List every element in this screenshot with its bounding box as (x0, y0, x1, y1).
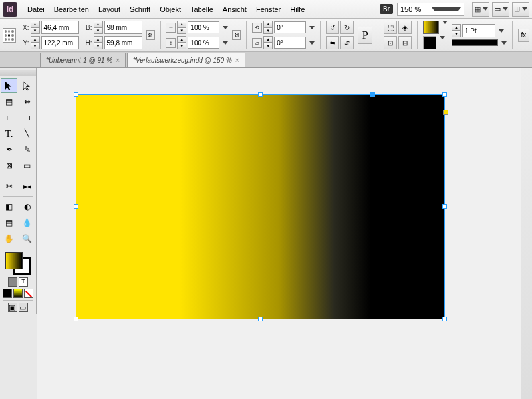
content-collector-tool[interactable]: ⊏ (1, 110, 17, 125)
gradient-mid-stop[interactable] (370, 92, 375, 97)
h-input[interactable]: 59,8 mm (104, 36, 142, 49)
menu-ansicht[interactable]: Ansicht (218, 3, 251, 16)
stroke-weight-input[interactable]: 1 Pt (462, 24, 495, 37)
scaley-spinner[interactable]: ▲▼ (177, 36, 186, 49)
formatting-container-icon[interactable] (8, 277, 17, 287)
stroke-style[interactable] (452, 39, 498, 46)
bridge-button[interactable]: Br (380, 4, 393, 14)
view-mode-normal-icon[interactable]: ▣ (8, 303, 17, 312)
resize-handle-l[interactable] (74, 204, 78, 209)
app-icon: Id (3, 2, 17, 17)
x-label: X: (20, 24, 29, 31)
shear-input[interactable]: 0° (274, 37, 306, 49)
document-tab[interactable]: *Unbenannt-1 @ 91 % × (40, 53, 126, 67)
reference-point[interactable] (3, 28, 16, 43)
menu-tabelle[interactable]: Tabelle (186, 3, 218, 16)
panel-grip[interactable] (0, 70, 36, 76)
flip-v-button[interactable]: ⇵ (340, 36, 354, 49)
scalex-spinner[interactable]: ▲▼ (177, 21, 186, 34)
fill-swatch[interactable] (423, 21, 439, 34)
rotate-ccw-button[interactable]: ↺ (326, 21, 339, 34)
scale-y-input[interactable]: 100 % (188, 37, 219, 49)
h-spinner[interactable]: ▲▼ (94, 36, 103, 49)
effects-button[interactable]: fx (518, 29, 529, 42)
scale-x-icon: ↔ (166, 23, 176, 33)
selection-tool[interactable] (1, 78, 17, 93)
flip-h-button[interactable]: ⇋ (326, 36, 339, 49)
fit-frame-button[interactable]: ⊟ (398, 36, 412, 49)
arrange-button[interactable]: ⊞ (512, 2, 529, 17)
screen-mode-button[interactable]: ▭ (492, 2, 509, 17)
fit-content-button[interactable]: ⊡ (384, 36, 397, 49)
menu-fenster[interactable]: Fenster (251, 3, 285, 16)
menu-layout[interactable]: Layout (94, 3, 125, 16)
scale-x-input[interactable]: 100 % (188, 21, 219, 33)
y-spinner[interactable]: ▲▼ (31, 36, 40, 49)
gap-tool[interactable]: ⇔ (19, 94, 35, 109)
menu-hilfe[interactable]: Hilfe (285, 3, 309, 16)
zoom-level-combo[interactable]: 150 % (397, 3, 464, 16)
content-placer-tool[interactable]: ⊐ (19, 110, 35, 125)
resize-handle-br[interactable] (442, 317, 447, 321)
apply-none-icon[interactable] (24, 289, 33, 298)
note-tool[interactable]: ▤ (1, 215, 17, 230)
pencil-tool[interactable]: ✎ (19, 142, 35, 157)
tab-title: *Unbenannt-1 @ 91 % (46, 57, 112, 64)
page-tool[interactable]: ▤ (1, 94, 17, 109)
type-tool[interactable]: T. (1, 126, 17, 141)
zoom-tool[interactable]: 🔍 (19, 231, 35, 246)
close-icon[interactable]: × (235, 57, 239, 64)
stroke-weight-spinner[interactable]: ▲▼ (452, 24, 461, 37)
fill-color[interactable] (5, 252, 23, 269)
close-icon[interactable]: × (116, 57, 120, 64)
direct-selection-tool[interactable] (19, 78, 35, 93)
apply-color-icon[interactable] (3, 289, 12, 298)
eyedropper-tool[interactable]: 💧 (19, 215, 35, 230)
menu-bearbeiten[interactable]: Bearbeiten (49, 3, 94, 16)
constrain-scale-icon[interactable]: ⛓ (232, 30, 241, 40)
select-container-button[interactable]: ⬚ (384, 21, 397, 34)
rectangle-frame-tool[interactable]: ⊠ (1, 158, 17, 173)
w-input[interactable]: 98 mm (104, 21, 142, 34)
x-input[interactable]: 46,4 mm (41, 21, 79, 34)
menu-datei[interactable]: DDateiatei (23, 3, 49, 16)
scissors-tool[interactable]: ✂ (1, 179, 17, 194)
document-tab[interactable]: *Verlaufswerkzeug.indd @ 150 % × (127, 53, 245, 67)
w-spinner[interactable]: ▲▼ (94, 21, 103, 34)
rotate-spinner[interactable]: ▲▼ (263, 21, 273, 34)
view-options-button[interactable]: ▦ (472, 2, 489, 17)
free-transform-tool[interactable]: ▸◂ (19, 179, 35, 194)
resize-handle-tl[interactable] (74, 92, 78, 97)
apply-gradient-icon[interactable] (13, 289, 23, 298)
select-content-button[interactable]: ◈ (398, 21, 412, 34)
gradient-swatch-tool[interactable]: ◧ (1, 200, 17, 214)
gradient-feather-tool[interactable]: ◐ (19, 200, 35, 214)
rotate-cw-button[interactable]: ↻ (340, 21, 354, 34)
resize-handle-bl[interactable] (74, 317, 78, 321)
gradient-end-stop[interactable] (443, 110, 448, 115)
x-spinner[interactable]: ▲▼ (31, 21, 40, 34)
stroke-swatch[interactable] (423, 36, 436, 49)
canvas[interactable] (37, 68, 532, 399)
menu-bar: Id DDateiatei Bearbeiten Layout Schrift … (0, 0, 532, 19)
resize-handle-r[interactable] (442, 204, 447, 209)
formatting-text-icon[interactable]: T (19, 277, 28, 287)
p-indicator: P (358, 27, 372, 44)
hand-tool[interactable]: ✋ (1, 231, 17, 246)
rotate-input[interactable]: 0° (274, 21, 306, 33)
y-input[interactable]: 122,2 mm (41, 36, 79, 49)
selected-frame[interactable] (76, 94, 445, 319)
document-tab-bar: *Unbenannt-1 @ 91 % × *Verlaufswerkzeug.… (0, 52, 532, 68)
resize-handle-t[interactable] (258, 92, 263, 97)
pen-tool[interactable]: ✒ (1, 142, 17, 157)
view-mode-preview-icon[interactable]: ▭ (19, 303, 28, 312)
resize-handle-b[interactable] (258, 317, 263, 321)
rectangle-tool[interactable]: ▭ (19, 158, 35, 173)
constrain-wh-icon[interactable]: ⛓ (146, 30, 155, 40)
fill-stroke-swatch[interactable] (5, 252, 31, 275)
menu-objekt[interactable]: Objekt (155, 3, 186, 16)
shear-spinner[interactable]: ▲▼ (263, 36, 273, 49)
menu-schrift[interactable]: Schrift (125, 3, 155, 16)
line-tool[interactable]: ╲ (19, 126, 35, 141)
resize-handle-tr[interactable] (442, 92, 447, 97)
